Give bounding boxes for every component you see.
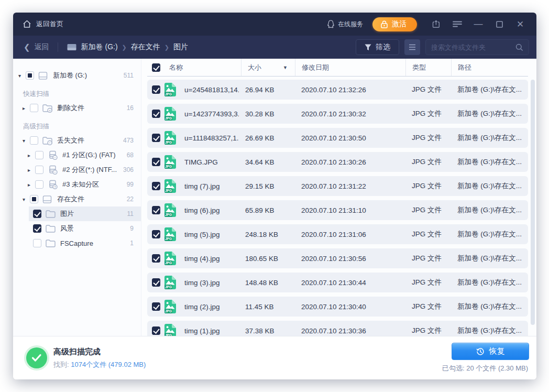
search-input[interactable] (431, 43, 511, 51)
tree-checkbox[interactable] (35, 180, 43, 189)
vertical-scrollbar[interactable] (531, 80, 535, 325)
row-checkbox[interactable] (152, 278, 160, 287)
breadcrumb-folder[interactable]: 存在文件 (131, 42, 160, 52)
expand-arrow-icon[interactable]: ▾ (18, 73, 26, 79)
search-icon[interactable] (515, 43, 523, 51)
tree-checkbox[interactable] (30, 195, 38, 203)
jpg-file-icon: JPG (164, 252, 176, 265)
row-checkbox[interactable] (152, 230, 160, 238)
tree-item-label: #2 分区(*:) (NTF... (62, 165, 117, 175)
lock-icon (381, 20, 388, 28)
table-row[interactable]: JPG timg (4).jpg 180.65 KB 2020.07.10 21… (147, 248, 528, 268)
maximize-button[interactable] (492, 17, 506, 31)
file-type: JPG 文件 (405, 181, 451, 191)
row-checkbox[interactable] (152, 134, 160, 142)
tree-item[interactable]: 图片 11 (29, 206, 141, 221)
tree-item[interactable]: ▸ − #2 分区(*:) (NTF... 306 (13, 162, 141, 177)
expand-arrow-icon[interactable]: ▾ (23, 197, 30, 202)
activate-label: 激活 (392, 19, 407, 29)
close-button[interactable]: ✕ (513, 17, 527, 31)
svg-text:JPG: JPG (165, 213, 172, 216)
list-view-icon (409, 44, 416, 50)
header-name: 名称 (147, 59, 241, 76)
breadcrumb-drive[interactable]: 新加卷 (G:) (81, 42, 118, 52)
tree-checkbox[interactable] (26, 71, 34, 80)
filter-button[interactable]: 筛选 (356, 39, 399, 55)
file-name: u=245481813,14... (184, 86, 239, 94)
table-row[interactable]: JPG timg (1).jpg 37.38 KB 2020.07.10 21:… (147, 321, 528, 336)
feedback-button[interactable] (430, 17, 443, 31)
recover-button[interactable]: 恢复 (452, 343, 529, 360)
header-path[interactable]: 路径 (451, 59, 528, 76)
table-row[interactable]: JPG timg (3).jpg 148.48 KB 2020.07.10 21… (147, 273, 528, 292)
tree-item[interactable]: FSCapture 1 (29, 236, 141, 251)
table-row[interactable]: JPG u=1118483257,1... 26.69 KB 2020.07.1… (147, 128, 528, 148)
header-size[interactable]: 大小 ▼ (241, 59, 295, 76)
row-checkbox[interactable] (152, 110, 160, 118)
header-type[interactable]: 类型 (405, 59, 451, 76)
back-label: 返回 (35, 42, 49, 52)
tree-checkbox[interactable] (35, 151, 43, 159)
folder-lost-icon: − (42, 136, 53, 145)
status-bar: 高级扫描完成 找到: 1074个文件 (479.02 MB) 恢复 已勾选: 2… (13, 336, 536, 379)
tree-item[interactable]: ▾ 存在文件 22 (13, 192, 141, 206)
tree-item-label: #3 未知分区 (62, 180, 99, 189)
home-button[interactable]: 返回首页 (23, 19, 63, 29)
select-all-checkbox[interactable] (152, 63, 160, 72)
column-name[interactable]: 名称 (169, 63, 183, 72)
status-title: 高级扫描完成 (53, 347, 146, 357)
funnel-icon (365, 44, 371, 51)
tree-item[interactable]: ▸ ? #3 未知分区 99 (13, 177, 141, 192)
table-row[interactable]: JPG u=1423774393,3... 30.28 KB 2020.07.1… (147, 104, 528, 124)
row-checkbox[interactable] (152, 206, 160, 214)
tree-item[interactable]: ▾ 新加卷 (G:) 511 (13, 68, 141, 83)
file-path: 新加卷 (G:)\存在文... (451, 302, 528, 311)
tree-item[interactable]: 风景 9 (29, 221, 141, 236)
file-date: 2020.07.10 21:30:32 (295, 110, 405, 118)
column-date: 修改日期 (302, 63, 329, 72)
table-row[interactable]: JPG timg (6).jpg 65.89 KB 2020.07.10 21:… (147, 200, 528, 220)
tree-checkbox[interactable] (33, 224, 41, 233)
breadcrumb-current[interactable]: 图片 (173, 42, 188, 52)
menu-button[interactable] (451, 17, 464, 31)
tree-item-count: 511 (119, 72, 134, 79)
activate-button[interactable]: 激活 (372, 17, 417, 31)
expand-arrow-icon[interactable]: ▸ (28, 182, 35, 188)
tree-item-count: 306 (119, 166, 134, 173)
row-checkbox[interactable] (152, 158, 160, 166)
tree-checkbox[interactable] (30, 136, 38, 145)
row-checkbox[interactable] (152, 85, 160, 94)
svg-text:JPG: JPG (165, 333, 172, 336)
tree-item[interactable]: ▾ − 丢失文件 473 (13, 133, 141, 148)
table-row[interactable]: JPG u=245481813,14... 26.94 KB 2020.07.1… (147, 80, 528, 100)
expand-arrow-icon[interactable]: ▸ (23, 105, 30, 111)
file-date: 2020.07.10 21:31:10 (295, 206, 405, 214)
row-checkbox[interactable] (152, 302, 160, 311)
expand-arrow-icon[interactable]: ▸ (28, 153, 35, 158)
row-checkbox[interactable] (152, 182, 160, 190)
tree-item[interactable]: ▸ × 删除文件 16 (13, 101, 141, 115)
tree-checkbox[interactable] (35, 166, 43, 174)
tree-checkbox[interactable] (30, 104, 38, 112)
row-checkbox[interactable] (152, 326, 160, 335)
recover-label: 恢复 (489, 346, 505, 356)
file-type: JPG 文件 (405, 326, 451, 335)
tree-section-label: 高级扫描 (13, 119, 141, 133)
minimize-button[interactable]: — (471, 17, 485, 31)
tree-item[interactable]: ▸ − #1 分区(G:) (FAT) 68 (13, 148, 141, 162)
sort-desc-icon[interactable]: ▼ (283, 65, 288, 70)
online-service-button[interactable]: 在线服务 (327, 20, 363, 29)
table-row[interactable]: JPG TIMG.JPG 34.64 KB 2020.07.10 21:30:2… (147, 152, 528, 172)
row-checkbox[interactable] (152, 254, 160, 263)
list-view-button[interactable] (404, 39, 420, 55)
back-button[interactable]: ❮ 返回 (24, 42, 49, 52)
expand-arrow-icon[interactable]: ▾ (23, 138, 30, 144)
tree-checkbox[interactable] (33, 239, 41, 247)
tree-checkbox[interactable] (33, 210, 41, 218)
header-date[interactable]: 修改日期 (295, 59, 405, 76)
expand-arrow-icon[interactable]: ▸ (28, 167, 35, 173)
table-row[interactable]: JPG timg (2).jpg 11.45 KB 2020.07.10 21:… (147, 297, 528, 317)
table-row[interactable]: JPG timg (5).jpg 248.18 KB 2020.07.10 21… (147, 224, 528, 244)
file-path: 新加卷 (G:)\存在文... (451, 85, 528, 94)
table-row[interactable]: JPG timg (7).jpg 29.15 KB 2020.07.10 21:… (147, 176, 528, 196)
